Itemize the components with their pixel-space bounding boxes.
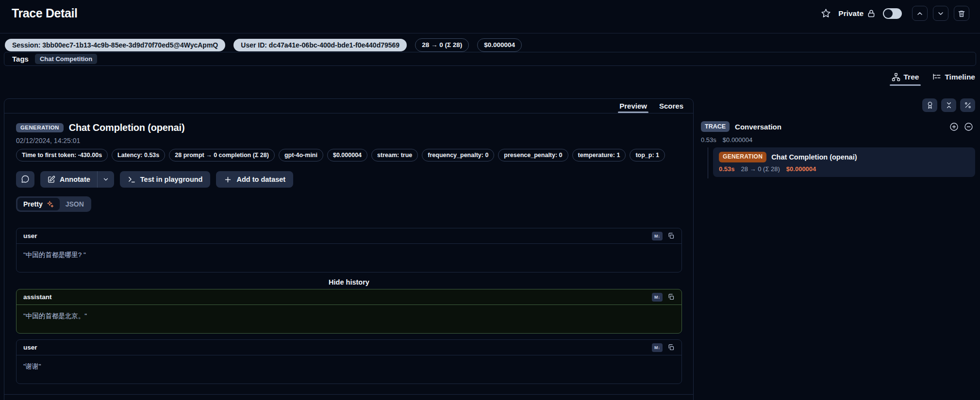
collapse-all-button[interactable]: [941, 98, 956, 112]
trace-tree-panel: TRACE Conversation 0.53s $0.000004 GENER…: [701, 98, 975, 178]
tab-tree[interactable]: Tree: [892, 73, 919, 81]
message-card-user-2: user M↓ "谢谢": [16, 339, 682, 384]
message-role: user: [23, 232, 37, 240]
messages-list: user M↓ "中国的首都是哪里? " Hide history assist…: [16, 228, 682, 384]
metric-pill: Time to first token: -430.00s: [16, 149, 108, 161]
trace-cost: $0.000004: [723, 136, 752, 144]
page-title: Trace Detail: [12, 6, 78, 20]
node-title: Chat Completion (openai): [771, 153, 857, 161]
comment-button[interactable]: [16, 171, 34, 188]
user-id-badge[interactable]: User ID: dc47a41e-06bc-400d-bde1-f0e440d…: [233, 39, 407, 51]
privacy-toggle[interactable]: [883, 8, 902, 19]
tags-bar: Tags Chat Competition: [4, 52, 976, 66]
percent-icon: [964, 101, 972, 109]
test-in-playground-button[interactable]: Test in playground: [120, 171, 211, 188]
trace-metrics: 0.53s $0.000004: [701, 136, 975, 144]
annotate-dropdown-button[interactable]: [98, 171, 114, 188]
metric-pill: 28 prompt → 0 completion (Σ 28): [169, 149, 275, 161]
panel-tabs: Preview Scores: [4, 99, 693, 113]
hide-history-button[interactable]: Hide history: [16, 278, 682, 286]
tree-icon: [892, 73, 900, 81]
message-header: user M↓: [17, 340, 681, 355]
metric-pill: temperature: 1: [572, 149, 626, 161]
tab-tree-label: Tree: [904, 73, 919, 81]
node-metrics: 0.53s 28 → 0 (Σ 28) $0.000004: [719, 165, 969, 173]
plus-icon: [224, 176, 232, 184]
metrics-toggle-button[interactable]: [960, 98, 975, 112]
message-tools: M↓: [652, 343, 675, 352]
annotate-button[interactable]: Annotate: [40, 171, 97, 188]
markdown-toggle-icon[interactable]: M↓: [652, 293, 663, 302]
message-header: user M↓: [17, 228, 681, 244]
tab-timeline-label: Timeline: [945, 73, 975, 81]
generation-node-selected[interactable]: GENERATION Chat Completion (openai) 0.53…: [713, 147, 975, 177]
copy-icon[interactable]: [667, 232, 675, 240]
privacy-control: Private: [838, 9, 876, 18]
prev-trace-button[interactable]: [912, 6, 928, 21]
message-tools: M↓: [652, 232, 675, 240]
expand-all-icon[interactable]: [949, 122, 959, 131]
generation-badge: GENERATION: [719, 152, 766, 162]
delete-trace-button[interactable]: [954, 6, 969, 21]
nav-buttons: [912, 6, 969, 21]
tags-label: Tags: [12, 55, 29, 63]
metric-pill: presence_penalty: 0: [498, 149, 568, 161]
add-to-dataset-button[interactable]: Add to dataset: [216, 171, 293, 188]
metric-pill: Latency: 0.53s: [112, 149, 165, 161]
toggle-thumb: [884, 9, 893, 18]
trace-root-row[interactable]: TRACE Conversation: [701, 121, 975, 132]
timeline-icon: [932, 73, 941, 81]
action-buttons: Annotate Test in playground Add to datas…: [16, 171, 681, 188]
observation-header: GENERATION Chat Completion (openai): [16, 121, 681, 134]
collapse-node-icon[interactable]: [964, 122, 973, 131]
tab-preview[interactable]: Preview: [619, 99, 647, 113]
tag-chip[interactable]: Chat Competition: [35, 54, 97, 64]
dataset-label: Add to dataset: [236, 176, 285, 183]
annotate-split-button: Annotate: [40, 171, 114, 188]
message-role: user: [23, 344, 37, 351]
format-toggle: Pretty JSON: [16, 196, 91, 212]
sparkles-icon: [46, 200, 54, 208]
chevron-down-icon: [937, 10, 945, 17]
copy-icon[interactable]: [667, 344, 675, 351]
message-content: "中国的首都是哪里? ": [17, 244, 681, 272]
metric-pill: frequency_penalty: 0: [422, 149, 494, 161]
copy-icon[interactable]: [667, 293, 675, 301]
comment-icon: [21, 175, 30, 184]
chevron-up-icon: [916, 10, 924, 17]
pretty-toggle[interactable]: Pretty: [17, 198, 60, 210]
view-tabs: Tree Timeline: [892, 73, 976, 86]
markdown-toggle-icon[interactable]: M↓: [652, 343, 663, 352]
tab-scores[interactable]: Scores: [659, 99, 683, 113]
message-card-user-1: user M↓ "中国的首都是哪里? ": [16, 228, 682, 272]
metric-pill: stream: true: [371, 149, 418, 161]
star-icon[interactable]: [821, 8, 831, 18]
json-toggle[interactable]: JSON: [60, 198, 90, 210]
session-badge[interactable]: Session: 3bb00ec7-1b13-4c9b-85ee-3d9d70f…: [5, 39, 225, 51]
trash-icon: [958, 10, 965, 17]
page-header: Trace Detail Private: [0, 0, 980, 33]
trace-title: Conversation: [735, 123, 781, 131]
node-cost: $0.000004: [786, 165, 816, 173]
trace-expand-controls: [949, 122, 975, 131]
tab-timeline[interactable]: Timeline: [932, 73, 975, 81]
terminal-icon: [128, 176, 136, 184]
message-content: "中国的首都是北京。": [17, 305, 681, 333]
markdown-toggle-icon[interactable]: M↓: [652, 232, 663, 240]
token-usage-badge: 28 → 0 (Σ 28): [415, 38, 469, 52]
header-actions: Private: [821, 6, 969, 21]
next-trace-button[interactable]: [933, 6, 948, 21]
observation-body: GENERATION Chat Completion (openai) 02/1…: [4, 113, 693, 384]
generation-type-badge: GENERATION: [16, 123, 64, 133]
node-latency: 0.53s: [719, 165, 735, 173]
node-tokens: 28 → 0 (Σ 28): [741, 165, 780, 173]
message-role: assistant: [23, 293, 52, 301]
scores-toggle-button[interactable]: [922, 98, 937, 112]
message-content: "谢谢": [17, 355, 681, 384]
trace-latency: 0.53s: [701, 136, 716, 144]
message-tools: M↓: [652, 293, 675, 302]
award-icon: [926, 101, 934, 109]
privacy-label: Private: [838, 9, 864, 18]
observation-title: Chat Completion (openai): [69, 122, 185, 133]
tree-children: GENERATION Chat Completion (openai) 0.53…: [708, 147, 975, 178]
